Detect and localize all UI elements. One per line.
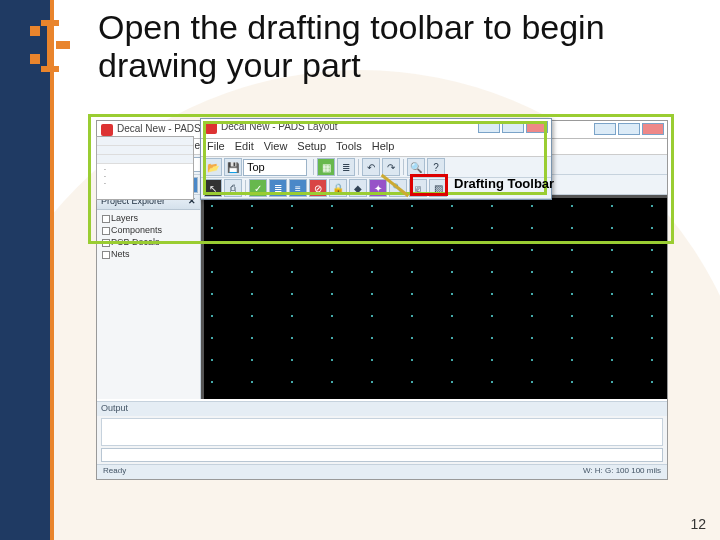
callout-drafting-toolbar: Drafting Toolbar [454, 176, 554, 191]
tree-pcb-decals[interactable]: PCB Decals [101, 236, 196, 248]
output-dock: Output ReadyW: H: G: 100 100 mils [97, 401, 667, 479]
status-bar: ReadyW: H: G: 100 100 mils [97, 464, 667, 479]
accent-line [50, 0, 54, 540]
extra-icon-2[interactable]: ▧ [429, 179, 447, 197]
output-tabs[interactable]: Output [97, 402, 667, 416]
menu-file[interactable]: File [207, 140, 225, 155]
window-buttons[interactable] [478, 121, 548, 133]
mini-window: ··· [96, 136, 194, 200]
design-canvas[interactable] [201, 195, 667, 399]
page-number: 12 [690, 516, 706, 532]
cursor-icon[interactable]: ↖ [204, 179, 222, 197]
inset-title: Decal New - PADS Layout [221, 121, 338, 132]
inset-standard-toolbar[interactable]: 📂 💾 ▦ ≣ ↶ ↷ 🔍 ? [201, 157, 551, 178]
bullet-bracket-icon [28, 16, 72, 76]
zoom-icon[interactable]: 🔍 [407, 158, 425, 176]
redcircle-icon[interactable]: ⊘ [309, 179, 327, 197]
lock-icon[interactable]: 🔒 [329, 179, 347, 197]
menu-view[interactable]: View [264, 140, 288, 155]
tree-nets[interactable]: Nets [101, 248, 196, 260]
slide: Open the drafting toolbar to begin drawi… [0, 0, 720, 540]
stack-icon[interactable]: ≣ [269, 179, 287, 197]
open-icon[interactable]: 📂 [204, 158, 222, 176]
layer-field[interactable] [243, 159, 307, 176]
extra-icon-1[interactable]: ⎚ [409, 179, 427, 197]
callout-cae-decal-wizard: CAE Decal Wizard [400, 206, 512, 221]
menu-setup[interactable]: Setup [297, 140, 326, 155]
menu-help[interactable]: Help [372, 140, 395, 155]
inset-menubar[interactable]: File Edit View Setup Tools Help [201, 139, 551, 157]
app-icon [205, 122, 217, 134]
purple-icon[interactable]: ✦ [369, 179, 387, 197]
project-explorer-panel: Project Explorer ✕ Layers Components PCB… [97, 195, 201, 399]
output-pane [101, 418, 663, 446]
toggle-icon[interactable]: ⎙ [224, 179, 242, 197]
command-input[interactable] [101, 448, 663, 462]
diamond-icon[interactable]: ◆ [349, 179, 367, 197]
help-icon[interactable]: ? [427, 158, 445, 176]
menu-tools[interactable]: Tools [336, 140, 362, 155]
slide-title: Open the drafting toolbar to begin drawi… [98, 8, 658, 84]
grid-icon[interactable]: ▦ [317, 158, 335, 176]
undo-icon[interactable]: ↶ [362, 158, 380, 176]
tree-components[interactable]: Components [101, 224, 196, 236]
project-tree[interactable]: Layers Components PCB Decals Nets [97, 210, 200, 262]
save-icon[interactable]: 💾 [224, 158, 242, 176]
layers-icon[interactable]: ≡ [289, 179, 307, 197]
drc-icon[interactable]: ✓ [249, 179, 267, 197]
window-buttons[interactable] [594, 123, 664, 135]
tree-layers[interactable]: Layers [101, 212, 196, 224]
stack-icon[interactable]: ≣ [337, 158, 355, 176]
app-icon [101, 124, 113, 136]
menu-edit[interactable]: Edit [235, 140, 254, 155]
redo-icon[interactable]: ↷ [382, 158, 400, 176]
left-strip [0, 0, 50, 540]
